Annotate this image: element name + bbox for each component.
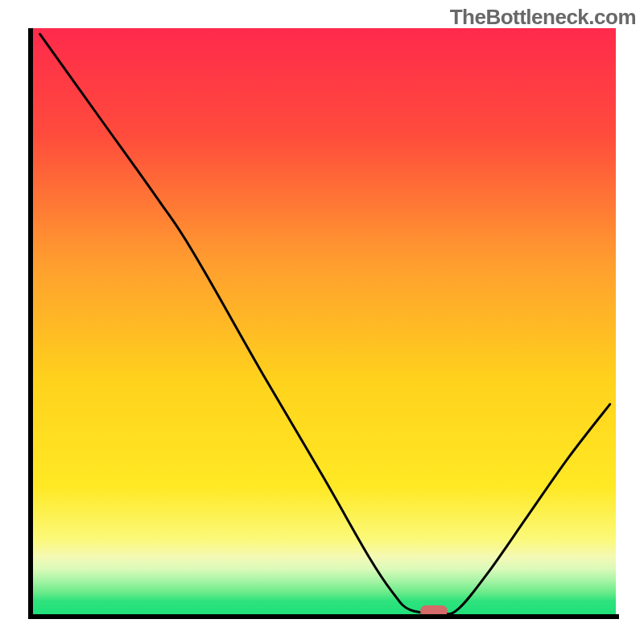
watermark-text: TheBottleneck.com bbox=[450, 5, 636, 30]
plot-area bbox=[28, 28, 616, 616]
axis-left bbox=[28, 28, 33, 619]
axis-bottom bbox=[28, 614, 619, 619]
bottleneck-curve bbox=[28, 28, 616, 616]
bottleneck-chart: TheBottleneck.com bbox=[0, 0, 644, 644]
